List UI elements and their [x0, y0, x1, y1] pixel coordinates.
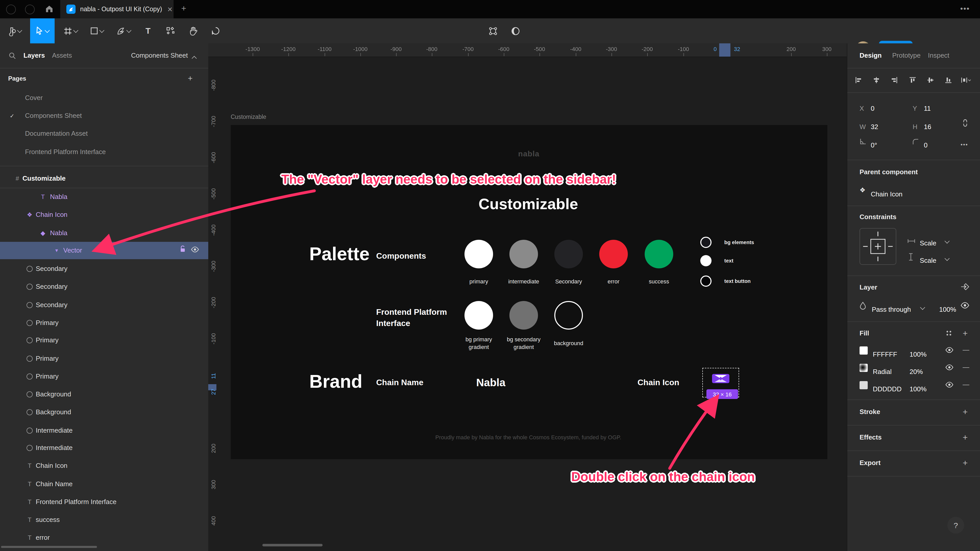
tab-assets[interactable]: Assets	[52, 52, 72, 59]
tab-prototype[interactable]: Prototype	[892, 52, 921, 59]
fill-opacity-input[interactable]: 100%	[910, 385, 927, 393]
main-menu-button[interactable]	[6, 18, 24, 43]
layer-row[interactable]: Background	[0, 386, 208, 403]
blend-mode-select[interactable]: Pass through	[872, 306, 911, 313]
new-tab-button[interactable]: +	[181, 3, 186, 14]
edit-object-button[interactable]	[485, 18, 501, 43]
constraints-widget[interactable]	[859, 228, 896, 265]
chain-icon[interactable]	[711, 373, 730, 386]
layer-row[interactable]: ❖Chain Icon	[0, 206, 208, 224]
align-bottom-icon[interactable]	[945, 76, 952, 84]
tab-inspect[interactable]: Inspect	[928, 52, 950, 59]
layer-row[interactable]: Primary	[0, 314, 208, 332]
tab-overflow-icon[interactable]: •••	[960, 4, 970, 13]
fill-hex-input[interactable]: FFFFFF	[873, 351, 897, 358]
palette-swatch[interactable]	[509, 240, 538, 268]
sidebar-page-item[interactable]: ✓Components Sheet	[0, 107, 208, 124]
align-right-icon[interactable]	[891, 76, 898, 84]
page-selector[interactable]: Components Sheet	[131, 52, 188, 59]
mini-swatch[interactable]	[700, 255, 711, 266]
align-horizontal-center-icon[interactable]	[873, 76, 880, 84]
frame-label[interactable]: Customizable	[231, 114, 266, 120]
layer-row[interactable]: TChain Icon	[0, 457, 208, 475]
tab-design[interactable]: Design	[859, 52, 882, 59]
hand-tool-button[interactable]	[185, 18, 201, 43]
corner-radius-input[interactable]: 0	[924, 141, 928, 149]
distribute-icon[interactable]	[961, 76, 971, 84]
rotation-input[interactable]: 0°	[871, 141, 877, 149]
remove-fill-icon[interactable]: —	[963, 381, 969, 388]
home-icon[interactable]	[45, 5, 54, 15]
eye-icon[interactable]	[961, 302, 969, 310]
palette-swatch[interactable]	[645, 240, 673, 268]
align-left-icon[interactable]	[855, 76, 862, 84]
mini-swatch[interactable]	[700, 237, 711, 248]
text-tool-button[interactable]: T	[142, 18, 154, 43]
tab-layers[interactable]: Layers	[24, 52, 45, 59]
align-top-icon[interactable]	[909, 76, 916, 84]
add-fill-button[interactable]: +	[963, 329, 968, 339]
eye-icon[interactable]	[191, 242, 199, 259]
fill-styles-icon[interactable]	[945, 330, 953, 338]
align-vertical-center-icon[interactable]	[927, 76, 934, 84]
layer-row[interactable]: #Customizable	[0, 170, 208, 187]
fill-hex-input[interactable]: Radial	[873, 368, 892, 375]
frame-tool-button[interactable]	[61, 18, 80, 43]
eye-icon[interactable]	[945, 347, 953, 354]
sidebar-scrollbar[interactable]	[1, 546, 97, 548]
layer-row[interactable]: ◆Nabla	[0, 224, 208, 242]
palette-swatch[interactable]	[599, 240, 628, 268]
tab-close-icon[interactable]: ✕	[167, 5, 173, 13]
move-tool-button[interactable]	[30, 18, 55, 43]
w-input[interactable]: 32	[871, 123, 878, 130]
sidebar-page-item[interactable]: Documentation Asset	[0, 125, 208, 142]
add-export-button[interactable]: +	[963, 458, 968, 468]
sidebar-page-item[interactable]: Cover	[0, 89, 208, 106]
component-tool-button[interactable]	[162, 18, 178, 43]
select-layer-icon[interactable]	[961, 283, 970, 292]
eye-icon[interactable]	[945, 364, 953, 372]
remove-fill-icon[interactable]: —	[963, 363, 969, 371]
layer-row[interactable]: ▼Vector	[0, 242, 208, 259]
layer-row[interactable]: Primary	[0, 368, 208, 385]
lock-open-icon[interactable]	[180, 242, 186, 259]
add-effect-button[interactable]: +	[963, 433, 968, 443]
fill-swatch[interactable]	[859, 346, 868, 354]
file-tab[interactable]: nabla - Outpost UI Kit (Copy) ✕	[60, 0, 173, 18]
fpi-swatch[interactable]	[509, 301, 538, 330]
layer-row[interactable]: Terror	[0, 529, 208, 546]
layer-row[interactable]: Secondary	[0, 297, 208, 314]
eye-icon[interactable]	[945, 382, 953, 389]
window-control-icon[interactable]	[25, 5, 35, 14]
shape-tool-button[interactable]	[88, 18, 106, 43]
layer-row[interactable]: Intermediate	[0, 422, 208, 439]
layer-row[interactable]: Secondary	[0, 260, 208, 278]
layer-row[interactable]: Secondary	[0, 278, 208, 295]
pen-tool-button[interactable]	[115, 18, 133, 43]
h-input[interactable]: 16	[924, 123, 931, 130]
canvas-scrollbar[interactable]	[262, 544, 323, 546]
mini-swatch[interactable]	[700, 275, 711, 287]
comment-tool-button[interactable]	[207, 18, 224, 43]
layer-row[interactable]: Intermediate	[0, 439, 208, 457]
layer-row[interactable]: TChain Name	[0, 475, 208, 493]
fill-opacity-input[interactable]: 20%	[910, 368, 923, 375]
more-options-icon[interactable]: •••	[961, 141, 968, 148]
layer-row[interactable]: Tsuccess	[0, 511, 208, 529]
y-input[interactable]: 11	[924, 105, 931, 112]
layer-opacity-input[interactable]: 100%	[939, 306, 956, 313]
fpi-swatch[interactable]	[465, 301, 493, 330]
sidebar-page-item[interactable]: Frontend Platform Interface	[0, 143, 208, 161]
fill-swatch[interactable]	[859, 381, 868, 389]
x-input[interactable]: 0	[871, 105, 874, 112]
window-control-icon[interactable]	[6, 5, 16, 14]
palette-swatch[interactable]	[465, 240, 493, 268]
add-stroke-button[interactable]: +	[963, 407, 968, 417]
fill-opacity-input[interactable]: 100%	[910, 351, 927, 358]
fill-swatch[interactable]	[859, 364, 868, 372]
palette-swatch[interactable]	[554, 240, 583, 268]
layer-row[interactable]: TNabla	[0, 188, 208, 206]
layer-row[interactable]: TFrontend Platform Interface	[0, 493, 208, 511]
fpi-swatch[interactable]	[554, 301, 583, 330]
help-button[interactable]: ?	[947, 517, 964, 534]
